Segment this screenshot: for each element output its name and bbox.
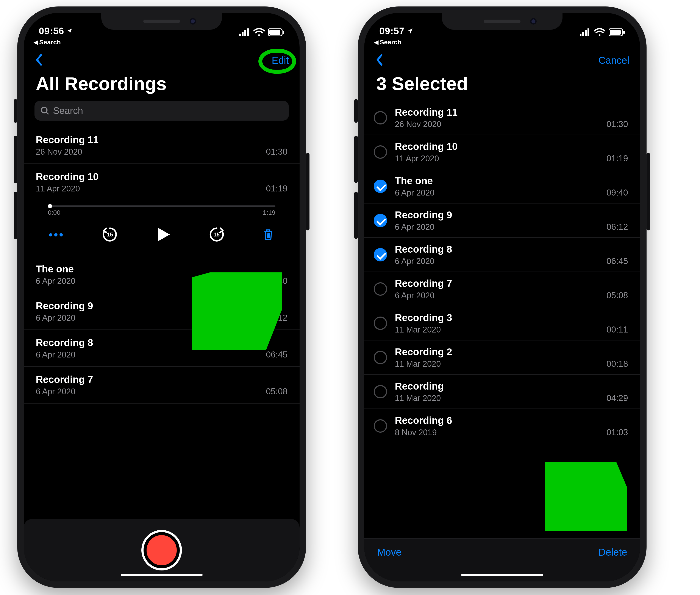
list-item[interactable]: Recording 86 Apr 202006:45: [364, 238, 640, 272]
more-button[interactable]: •••: [49, 233, 64, 237]
recording-date: 11 Apr 2020: [395, 154, 458, 163]
svg-rect-0: [239, 34, 241, 36]
selection-checkbox[interactable]: [374, 317, 387, 330]
svg-point-7: [42, 107, 47, 113]
svg-rect-19: [588, 28, 589, 36]
svg-line-12: [267, 233, 267, 238]
search-input[interactable]: Search: [34, 101, 289, 121]
svg-rect-17: [582, 32, 584, 36]
recording-title: Recording 8: [395, 243, 452, 255]
selection-checkbox[interactable]: [374, 179, 387, 193]
list-item[interactable]: Recording 68 Nov 201901:03: [364, 409, 640, 443]
recording-duration: 06:12: [607, 222, 628, 232]
trash-button[interactable]: [262, 228, 275, 242]
svg-marker-10: [158, 228, 170, 241]
list-item[interactable]: Recording11 Mar 202004:29: [364, 375, 640, 409]
list-item[interactable]: The one6 Apr 202009:40: [24, 256, 300, 293]
svg-rect-16: [580, 34, 582, 36]
selection-checkbox[interactable]: [374, 145, 387, 159]
recording-list[interactable]: Recording 1126 Nov 202001:30Recording 10…: [364, 101, 640, 538]
wifi-icon: [594, 28, 605, 36]
recording-title: Recording 7: [36, 374, 93, 385]
move-button[interactable]: Move: [377, 546, 401, 558]
list-item[interactable]: The one6 Apr 202009:40: [364, 169, 640, 203]
recording-duration: 01:30: [266, 147, 288, 157]
svg-rect-18: [585, 30, 587, 36]
battery-icon: [609, 28, 625, 36]
recording-list[interactable]: Recording 1126 Nov 202001:30Recording 10…: [24, 127, 300, 519]
recording-title: Recording 3: [395, 312, 452, 323]
recording-title: Recording 11: [36, 134, 99, 146]
page-title: All Recordings: [24, 69, 300, 101]
recording-date: 11 Mar 2020: [395, 394, 444, 403]
recording-date: 6 Apr 2020: [395, 188, 434, 197]
recording-title: Recording 10: [395, 141, 458, 152]
play-button[interactable]: [155, 227, 171, 243]
svg-line-14: [269, 233, 270, 238]
recording-duration: 01:03: [607, 427, 628, 437]
wifi-icon: [253, 28, 265, 36]
breadcrumb-back-icon: ◀: [374, 39, 378, 46]
back-button[interactable]: [375, 54, 384, 66]
recording-date: 6 Apr 2020: [36, 350, 93, 360]
recording-duration: 04:29: [607, 393, 628, 403]
breadcrumb[interactable]: ◀ Search: [374, 38, 401, 46]
chevron-left-icon: [34, 54, 43, 66]
status-time: 09:56: [39, 26, 64, 36]
list-item[interactable]: Recording 96 Apr 202006:12: [24, 293, 300, 330]
edit-button[interactable]: Edit: [272, 55, 289, 66]
selection-checkbox[interactable]: [374, 351, 387, 364]
location-icon: [66, 28, 73, 34]
recording-duration: 09:40: [266, 276, 288, 286]
page-title: 3 Selected: [364, 69, 640, 101]
list-item[interactable]: Recording 1011 Apr 202001:19: [364, 135, 640, 169]
selection-checkbox[interactable]: [374, 248, 387, 261]
recording-title: Recording 8: [36, 337, 93, 348]
home-indicator[interactable]: [121, 574, 203, 576]
recording-title: Recording 9: [395, 209, 452, 221]
selection-checkbox[interactable]: [374, 282, 387, 296]
recording-title: The one: [395, 175, 434, 187]
elapsed-time: 0:00: [48, 209, 60, 216]
list-item[interactable]: Recording 76 Apr 202005:08: [24, 367, 300, 403]
breadcrumb[interactable]: ◀ Search: [34, 38, 61, 46]
recording-duration: 01:19: [607, 153, 628, 163]
cancel-button[interactable]: Cancel: [598, 55, 629, 66]
status-time: 09:57: [379, 26, 405, 36]
svg-text:15: 15: [214, 231, 220, 237]
record-button[interactable]: [143, 532, 180, 568]
recording-date: 6 Apr 2020: [395, 223, 452, 232]
remaining-time: –1:19: [259, 209, 275, 216]
selection-checkbox[interactable]: [374, 111, 387, 124]
selection-checkbox[interactable]: [374, 214, 387, 227]
svg-rect-5: [269, 30, 280, 35]
list-item[interactable]: Recording 211 Mar 202000:18: [364, 340, 640, 375]
home-indicator[interactable]: [461, 574, 543, 576]
delete-button[interactable]: Delete: [598, 546, 627, 558]
list-item[interactable]: Recording 96 Apr 202006:12: [364, 203, 640, 238]
list-item[interactable]: Recording 1011 Apr 202001:19: [24, 164, 300, 200]
recording-date: 26 Nov 2020: [395, 120, 458, 129]
recording-duration: 01:19: [266, 184, 288, 193]
back-button[interactable]: [34, 54, 43, 66]
skip-forward-button[interactable]: 15: [208, 226, 225, 244]
recording-duration: 06:12: [266, 313, 288, 322]
recording-duration: 06:45: [607, 256, 628, 266]
scrubber[interactable]: [48, 205, 275, 207]
battery-icon: [268, 28, 285, 36]
list-item[interactable]: Recording 86 Apr 202006:45: [24, 330, 300, 367]
list-item[interactable]: Recording 1126 Nov 202001:30: [364, 101, 640, 135]
svg-rect-21: [610, 30, 621, 35]
selection-checkbox[interactable]: [374, 419, 387, 433]
recording-date: 6 Apr 2020: [36, 313, 93, 322]
svg-text:15: 15: [107, 231, 113, 237]
selection-checkbox[interactable]: [374, 385, 387, 398]
list-item[interactable]: Recording 311 Mar 202000:11: [364, 306, 640, 340]
list-item[interactable]: Recording 76 Apr 202005:08: [364, 272, 640, 306]
list-item[interactable]: Recording 1126 Nov 202001:30: [24, 127, 300, 164]
location-icon: [407, 28, 413, 34]
skip-back-button[interactable]: 15: [102, 226, 118, 244]
breadcrumb-back-icon: ◀: [34, 39, 38, 46]
svg-rect-2: [244, 30, 246, 36]
recording-title: The one: [36, 263, 75, 275]
